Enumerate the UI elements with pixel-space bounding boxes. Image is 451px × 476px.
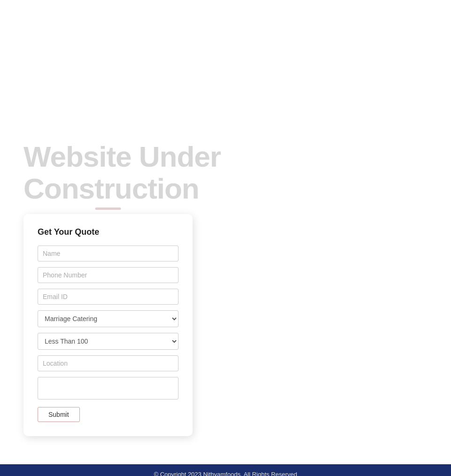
main-content: Website Under Construction Get Your Quot…	[0, 0, 451, 464]
location-input[interactable]	[38, 355, 179, 371]
footer-copyright: © Copyright 2023 Nithyamfoods. All Right…	[0, 471, 451, 476]
hero-title: Website Under Construction	[23, 141, 221, 205]
name-input[interactable]	[38, 246, 179, 261]
service-select[interactable]: Marriage Catering Corporate Catering Par…	[38, 310, 179, 327]
email-input[interactable]	[38, 289, 179, 305]
divider-bar	[95, 207, 121, 210]
footer: © Copyright 2023 Nithyamfoods. All Right…	[0, 464, 451, 476]
count-select[interactable]: Less Than 100 100 - 200 200 - 500 500+	[38, 333, 179, 350]
message-textarea[interactable]	[38, 377, 179, 399]
phone-input[interactable]	[38, 267, 179, 283]
quote-form-card: Get Your Quote Marriage Catering Corpora…	[23, 214, 193, 436]
form-title: Get Your Quote	[38, 227, 179, 237]
submit-button[interactable]: Submit	[38, 407, 80, 422]
